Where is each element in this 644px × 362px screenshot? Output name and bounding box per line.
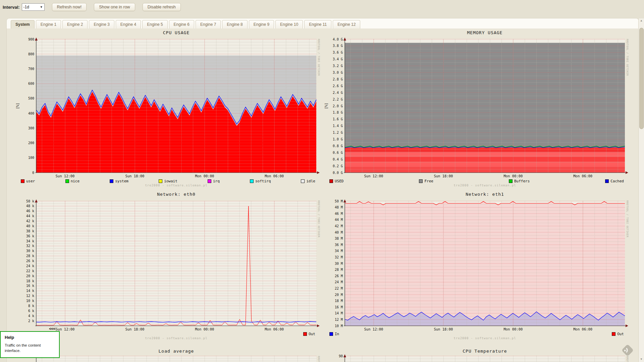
chart-network-eth1: Network: eth1 50 M48 M46 M44 M42 M40 M38… [322,188,631,346]
y-tick-label: 3.4 G [333,57,343,61]
y-tick-label: 500 [28,97,34,100]
y-tick-label: 8 k [28,304,34,308]
x-tick-label: Sun 18:00 [125,174,144,178]
y-tick-label: 46 M [335,212,343,216]
y-tick-label: 40 M [335,231,343,234]
x-tick-label: Sun 18:00 [434,174,453,178]
refresh-now-button[interactable]: Refresh now! [52,3,87,11]
x-tick-label: Sun 18:00 [434,327,453,331]
y-tick-label: 26 k [26,259,34,263]
tab-engine-10[interactable]: Engine 10 [275,20,303,29]
y-tick-label: 4.0 G [333,38,343,41]
disable-refresh-button[interactable]: Disable refresh [143,3,181,11]
legend-item-out: Out [303,332,315,336]
y-tick-label: 4 k [28,314,34,318]
monitoring-dashboard: { "toolbar":{ "interval_label":"Interval… [0,0,644,362]
y-tick-label: 3.8 G [333,44,343,48]
rrdtool-watermark: RRDTOOL / TOBI OETIKER [317,356,320,362]
vertical-scrollbar[interactable]: ▲ ▼ [638,18,644,362]
scrollbar-down-icon[interactable]: ▼ [639,358,644,361]
y-tick-label: 44 k [26,214,34,218]
chart-legend: USEDFreeBuffersCached [329,179,624,183]
y-tick-label: 48 M [335,205,343,209]
tab-engine-4[interactable]: Engine 4 [116,20,141,29]
y-tick-label: 50 k [26,199,34,203]
pan-left-link[interactable]: <<< [49,326,55,331]
legend-swatch-icon [605,179,609,183]
tab-engine-7[interactable]: Engine 7 [196,20,221,29]
show-one-in-row-button[interactable]: Show one in row [94,3,135,11]
legend-swatch-icon [329,179,333,183]
tab-engine-1[interactable]: Engine 1 [36,20,61,29]
y-tick-label: 32 M [335,255,343,259]
tab-bar: SystemEngine 1Engine 2Engine 3Engine 4En… [7,18,639,28]
tab-engine-8[interactable]: Engine 8 [222,20,247,29]
x-tick-label: Mon 06:00 [573,174,592,178]
y-tick-label: 48 k [26,204,34,208]
legend-item-softirq: softirq [250,179,271,183]
y-tick-label: 30 M [335,262,343,265]
tab-engine-2[interactable]: Engine 2 [62,20,88,29]
x-tick-label: Mon 00:00 [195,327,214,331]
legend-label: Out [617,332,624,336]
y-tick-label: 22 M [335,287,343,290]
memory-usage-canvas: 4.0 G3.8 G3.6 G3.4 G3.2 G3.0 G2.8 G2.6 G… [322,37,631,180]
chart-legend: usernicesystemiowaitirqsoftirqidle [21,179,315,183]
legend-swatch-icon [159,179,162,183]
rrdtool-watermark: RRDTOOL / TOBI OETIKER [626,39,629,113]
y-tick-label: 14 M [335,311,343,315]
legend-label: Out [309,332,315,336]
chart-title: MEMORY USAGE [345,30,625,35]
y-tick-label: 10 M [335,324,343,328]
y-tick-label: 14 k [26,289,34,293]
scrollbar-up-icon[interactable]: ▲ [639,19,644,22]
tab-engine-6[interactable]: Engine 6 [169,20,194,29]
feed-badge-icon [620,343,635,358]
help-tooltip-title: Help [5,335,55,340]
y-tick-label: 24 k [26,264,34,268]
tab-engine-5[interactable]: Engine 5 [142,20,167,29]
x-tick-label: Sun 12:00 [56,327,75,331]
legend-item-in: In [329,332,339,336]
legend-label: Cached [610,179,624,183]
legend-item-used: USED [329,179,344,183]
scrollbar-thumb[interactable] [639,28,644,129]
y-tick-label: 34 k [26,239,34,243]
charts-area: CPU USAGE 9008007006005004003002001000Su… [7,28,639,362]
tab-engine-11[interactable]: Engine 11 [304,20,331,29]
x-tick-label: Mon 06:00 [573,327,592,331]
y-tick-label: 3.0 G [333,71,343,74]
y-tick-label: 0.2 G [333,164,343,168]
site-watermark: tre2000 - software.sileman.pl [36,184,316,187]
main-panel: SystemEngine 1Engine 2Engine 3Engine 4En… [7,18,639,362]
interval-select[interactable]: -1d ▼ [22,3,45,11]
rrdtool-watermark: RRDTOOL / TOBI OETIKER [317,200,320,274]
network-eth0-canvas: 50 k48 k46 k44 k42 k40 k38 k36 k34 k32 k… [13,199,322,333]
rrdtool-watermark: RRDTOOL / TOBI OETIKER [626,200,629,274]
y-tick-label: 0 [32,171,34,175]
y-tick-label: 0.8 G [333,144,343,148]
y-tick-label: 900 [28,38,34,41]
legend-swatch-icon [65,179,69,183]
legend-swatch-icon [612,332,615,336]
x-tick-label: Mon 06:00 [265,327,284,331]
legend-label: irq [213,179,220,183]
tab-engine-12[interactable]: Engine 12 [333,20,360,29]
y-tick-label: 28 M [335,268,343,272]
tab-engine-3[interactable]: Engine 3 [89,20,114,29]
chart-legend: InOut [21,332,315,336]
y-tick-label: 3.6 G [333,51,343,54]
y-tick-label: 16 k [26,284,34,288]
interval-value: -1d [23,5,29,9]
y-tick-label: 40 k [26,224,34,228]
y-axis-label: [%] [16,103,19,109]
tab-engine-9[interactable]: Engine 9 [249,20,274,29]
y-tick-label: 2.0 G [333,104,343,108]
legend-swatch-icon [21,179,24,183]
x-tick-label: Sun 12:00 [364,327,383,331]
y-tick-label: 10 k [26,299,34,303]
tab-system[interactable]: System [11,20,35,29]
legend-item-user: user [21,179,35,183]
x-tick-label: Sun 12:00 [56,174,75,178]
y-tick-label: 400 [28,112,34,115]
